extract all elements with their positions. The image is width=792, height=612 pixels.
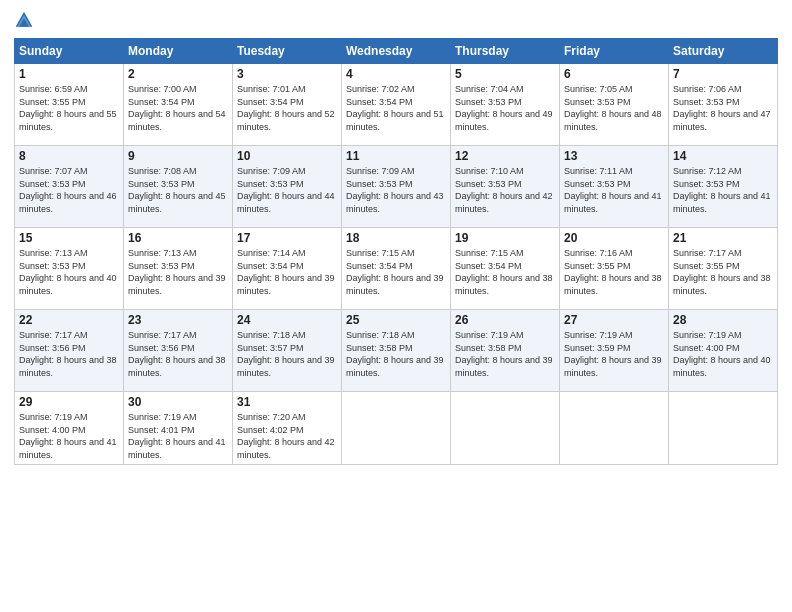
calendar-cell bbox=[560, 392, 669, 465]
day-info: Sunrise: 7:16 AMSunset: 3:55 PMDaylight:… bbox=[564, 247, 664, 297]
day-info: Sunrise: 7:13 AMSunset: 3:53 PMDaylight:… bbox=[128, 247, 228, 297]
day-info: Sunrise: 7:17 AMSunset: 3:56 PMDaylight:… bbox=[128, 329, 228, 379]
day-number: 16 bbox=[128, 231, 228, 245]
calendar-cell: 9Sunrise: 7:08 AMSunset: 3:53 PMDaylight… bbox=[124, 146, 233, 228]
day-number: 26 bbox=[455, 313, 555, 327]
calendar-cell: 15Sunrise: 7:13 AMSunset: 3:53 PMDayligh… bbox=[15, 228, 124, 310]
calendar-cell: 25Sunrise: 7:18 AMSunset: 3:58 PMDayligh… bbox=[342, 310, 451, 392]
header bbox=[14, 10, 778, 30]
day-header-sunday: Sunday bbox=[15, 39, 124, 64]
day-number: 1 bbox=[19, 67, 119, 81]
calendar-cell: 28Sunrise: 7:19 AMSunset: 4:00 PMDayligh… bbox=[669, 310, 778, 392]
day-info: Sunrise: 7:10 AMSunset: 3:53 PMDaylight:… bbox=[455, 165, 555, 215]
calendar-cell: 1Sunrise: 6:59 AMSunset: 3:55 PMDaylight… bbox=[15, 64, 124, 146]
day-number: 23 bbox=[128, 313, 228, 327]
day-info: Sunrise: 7:07 AMSunset: 3:53 PMDaylight:… bbox=[19, 165, 119, 215]
day-number: 5 bbox=[455, 67, 555, 81]
day-number: 3 bbox=[237, 67, 337, 81]
day-info: Sunrise: 7:18 AMSunset: 3:58 PMDaylight:… bbox=[346, 329, 446, 379]
calendar-cell: 20Sunrise: 7:16 AMSunset: 3:55 PMDayligh… bbox=[560, 228, 669, 310]
day-info: Sunrise: 7:19 AMSunset: 3:58 PMDaylight:… bbox=[455, 329, 555, 379]
day-number: 11 bbox=[346, 149, 446, 163]
calendar-cell: 29Sunrise: 7:19 AMSunset: 4:00 PMDayligh… bbox=[15, 392, 124, 465]
day-info: Sunrise: 7:00 AMSunset: 3:54 PMDaylight:… bbox=[128, 83, 228, 133]
day-number: 2 bbox=[128, 67, 228, 81]
calendar-cell: 5Sunrise: 7:04 AMSunset: 3:53 PMDaylight… bbox=[451, 64, 560, 146]
calendar-cell: 10Sunrise: 7:09 AMSunset: 3:53 PMDayligh… bbox=[233, 146, 342, 228]
day-info: Sunrise: 7:15 AMSunset: 3:54 PMDaylight:… bbox=[455, 247, 555, 297]
logo bbox=[14, 10, 38, 30]
day-header-friday: Friday bbox=[560, 39, 669, 64]
day-info: Sunrise: 7:02 AMSunset: 3:54 PMDaylight:… bbox=[346, 83, 446, 133]
calendar-cell: 26Sunrise: 7:19 AMSunset: 3:58 PMDayligh… bbox=[451, 310, 560, 392]
calendar-cell: 31Sunrise: 7:20 AMSunset: 4:02 PMDayligh… bbox=[233, 392, 342, 465]
day-number: 10 bbox=[237, 149, 337, 163]
week-row-5: 29Sunrise: 7:19 AMSunset: 4:00 PMDayligh… bbox=[15, 392, 778, 465]
day-header-saturday: Saturday bbox=[669, 39, 778, 64]
day-info: Sunrise: 7:12 AMSunset: 3:53 PMDaylight:… bbox=[673, 165, 773, 215]
day-info: Sunrise: 7:01 AMSunset: 3:54 PMDaylight:… bbox=[237, 83, 337, 133]
calendar-cell: 7Sunrise: 7:06 AMSunset: 3:53 PMDaylight… bbox=[669, 64, 778, 146]
day-info: Sunrise: 7:19 AMSunset: 3:59 PMDaylight:… bbox=[564, 329, 664, 379]
day-info: Sunrise: 7:04 AMSunset: 3:53 PMDaylight:… bbox=[455, 83, 555, 133]
day-header-tuesday: Tuesday bbox=[233, 39, 342, 64]
calendar-cell: 19Sunrise: 7:15 AMSunset: 3:54 PMDayligh… bbox=[451, 228, 560, 310]
day-header-monday: Monday bbox=[124, 39, 233, 64]
day-number: 12 bbox=[455, 149, 555, 163]
day-info: Sunrise: 7:09 AMSunset: 3:53 PMDaylight:… bbox=[237, 165, 337, 215]
day-number: 17 bbox=[237, 231, 337, 245]
day-number: 30 bbox=[128, 395, 228, 409]
day-number: 21 bbox=[673, 231, 773, 245]
page: SundayMondayTuesdayWednesdayThursdayFrid… bbox=[0, 0, 792, 612]
day-number: 19 bbox=[455, 231, 555, 245]
day-info: Sunrise: 7:19 AMSunset: 4:00 PMDaylight:… bbox=[673, 329, 773, 379]
day-info: Sunrise: 7:08 AMSunset: 3:53 PMDaylight:… bbox=[128, 165, 228, 215]
calendar-cell: 12Sunrise: 7:10 AMSunset: 3:53 PMDayligh… bbox=[451, 146, 560, 228]
day-info: Sunrise: 7:17 AMSunset: 3:55 PMDaylight:… bbox=[673, 247, 773, 297]
day-info: Sunrise: 6:59 AMSunset: 3:55 PMDaylight:… bbox=[19, 83, 119, 133]
calendar-cell bbox=[342, 392, 451, 465]
calendar-cell: 18Sunrise: 7:15 AMSunset: 3:54 PMDayligh… bbox=[342, 228, 451, 310]
day-number: 28 bbox=[673, 313, 773, 327]
day-number: 27 bbox=[564, 313, 664, 327]
day-header-wednesday: Wednesday bbox=[342, 39, 451, 64]
calendar-cell: 23Sunrise: 7:17 AMSunset: 3:56 PMDayligh… bbox=[124, 310, 233, 392]
day-number: 31 bbox=[237, 395, 337, 409]
calendar-cell: 16Sunrise: 7:13 AMSunset: 3:53 PMDayligh… bbox=[124, 228, 233, 310]
day-number: 25 bbox=[346, 313, 446, 327]
day-info: Sunrise: 7:18 AMSunset: 3:57 PMDaylight:… bbox=[237, 329, 337, 379]
week-row-4: 22Sunrise: 7:17 AMSunset: 3:56 PMDayligh… bbox=[15, 310, 778, 392]
day-info: Sunrise: 7:11 AMSunset: 3:53 PMDaylight:… bbox=[564, 165, 664, 215]
day-info: Sunrise: 7:14 AMSunset: 3:54 PMDaylight:… bbox=[237, 247, 337, 297]
day-number: 6 bbox=[564, 67, 664, 81]
day-info: Sunrise: 7:17 AMSunset: 3:56 PMDaylight:… bbox=[19, 329, 119, 379]
day-number: 29 bbox=[19, 395, 119, 409]
day-number: 14 bbox=[673, 149, 773, 163]
calendar-cell: 11Sunrise: 7:09 AMSunset: 3:53 PMDayligh… bbox=[342, 146, 451, 228]
day-info: Sunrise: 7:20 AMSunset: 4:02 PMDaylight:… bbox=[237, 411, 337, 461]
calendar-cell: 4Sunrise: 7:02 AMSunset: 3:54 PMDaylight… bbox=[342, 64, 451, 146]
calendar-cell: 27Sunrise: 7:19 AMSunset: 3:59 PMDayligh… bbox=[560, 310, 669, 392]
calendar-cell bbox=[669, 392, 778, 465]
calendar-cell: 22Sunrise: 7:17 AMSunset: 3:56 PMDayligh… bbox=[15, 310, 124, 392]
calendar-cell bbox=[451, 392, 560, 465]
calendar: SundayMondayTuesdayWednesdayThursdayFrid… bbox=[14, 38, 778, 465]
day-number: 20 bbox=[564, 231, 664, 245]
calendar-cell: 24Sunrise: 7:18 AMSunset: 3:57 PMDayligh… bbox=[233, 310, 342, 392]
week-row-1: 1Sunrise: 6:59 AMSunset: 3:55 PMDaylight… bbox=[15, 64, 778, 146]
day-header-thursday: Thursday bbox=[451, 39, 560, 64]
calendar-cell: 30Sunrise: 7:19 AMSunset: 4:01 PMDayligh… bbox=[124, 392, 233, 465]
day-number: 13 bbox=[564, 149, 664, 163]
calendar-cell: 6Sunrise: 7:05 AMSunset: 3:53 PMDaylight… bbox=[560, 64, 669, 146]
calendar-cell: 13Sunrise: 7:11 AMSunset: 3:53 PMDayligh… bbox=[560, 146, 669, 228]
day-info: Sunrise: 7:15 AMSunset: 3:54 PMDaylight:… bbox=[346, 247, 446, 297]
day-number: 4 bbox=[346, 67, 446, 81]
day-info: Sunrise: 7:19 AMSunset: 4:01 PMDaylight:… bbox=[128, 411, 228, 461]
day-number: 7 bbox=[673, 67, 773, 81]
calendar-cell: 3Sunrise: 7:01 AMSunset: 3:54 PMDaylight… bbox=[233, 64, 342, 146]
week-row-3: 15Sunrise: 7:13 AMSunset: 3:53 PMDayligh… bbox=[15, 228, 778, 310]
day-number: 22 bbox=[19, 313, 119, 327]
day-number: 15 bbox=[19, 231, 119, 245]
calendar-cell: 2Sunrise: 7:00 AMSunset: 3:54 PMDaylight… bbox=[124, 64, 233, 146]
calendar-cell: 8Sunrise: 7:07 AMSunset: 3:53 PMDaylight… bbox=[15, 146, 124, 228]
